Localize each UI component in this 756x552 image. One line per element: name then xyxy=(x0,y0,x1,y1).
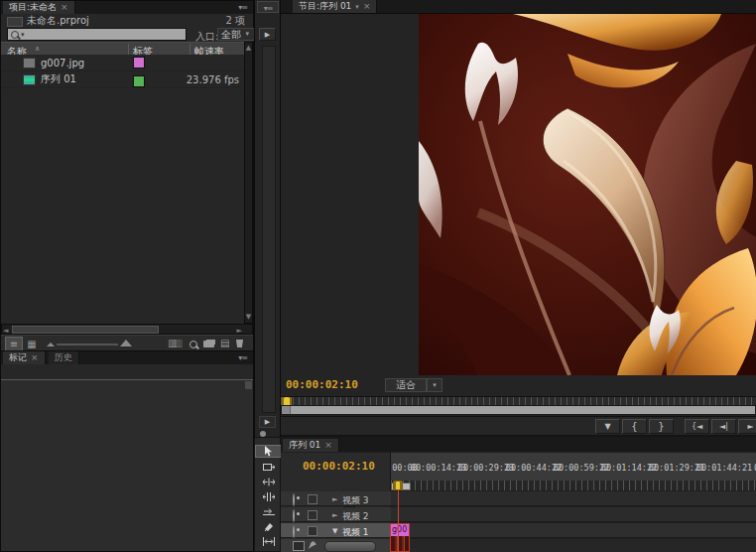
mark-in-button[interactable]: { xyxy=(622,419,647,434)
clip-g007[interactable]: g00 xyxy=(390,523,410,552)
new-item-button[interactable]: ▤ xyxy=(220,338,229,348)
search-options-caret-icon[interactable]: ▾ xyxy=(21,31,25,39)
track-content-video3[interactable] xyxy=(391,491,756,506)
toggle-track-output-icon[interactable] xyxy=(293,493,295,506)
set-display-style-icon[interactable] xyxy=(293,541,305,551)
table-row[interactable]: 序列 01 23.976 fps xyxy=(1,71,244,88)
label-swatch[interactable] xyxy=(133,57,145,69)
panel-menu-icon[interactable]: ▾≡ xyxy=(238,353,247,362)
tab-history[interactable]: 历史 xyxy=(49,351,79,364)
fit-caret-button[interactable]: ▾ xyxy=(427,378,442,392)
close-icon[interactable]: × xyxy=(31,353,39,362)
step-back-icon: ◄| xyxy=(719,422,728,431)
track-header-video2: ► 视频 2 xyxy=(281,507,391,522)
search-box[interactable]: ▾ xyxy=(7,28,187,41)
entry-value: 全部 xyxy=(221,28,241,42)
trash-button[interactable] xyxy=(236,340,243,347)
track-content-video2[interactable] xyxy=(391,507,756,522)
close-icon[interactable]: × xyxy=(324,441,332,450)
expand-panel-button-top[interactable]: ▶ xyxy=(259,28,276,41)
timeline-playhead-head[interactable] xyxy=(393,481,403,490)
timeline-playhead-line xyxy=(398,483,399,552)
fit-dropdown[interactable]: 适合 xyxy=(385,378,427,392)
timeline-tick-strip[interactable] xyxy=(391,481,756,490)
icon-view-button[interactable]: ▦ xyxy=(25,338,39,350)
mark-out-icon: } xyxy=(658,421,664,432)
program-timecode[interactable]: 00:00:02:10 xyxy=(286,378,358,391)
program-video-frame xyxy=(419,14,756,375)
track-video1-keyframe-lane[interactable] xyxy=(391,539,756,552)
project-vscrollbar[interactable]: ▲ ▼ xyxy=(244,42,253,324)
markers-scroll-nub[interactable] xyxy=(245,381,252,389)
toggle-track-output-icon[interactable] xyxy=(293,509,295,522)
sort-asc-icon[interactable]: ∧ xyxy=(35,45,40,53)
tab-markers[interactable]: 标记 × xyxy=(3,351,46,364)
timeline-timecode[interactable]: 00:00:02:10 xyxy=(303,460,375,473)
track-header-video1: ▼ 视频 1 xyxy=(281,523,391,538)
program-hscrollbar[interactable] xyxy=(281,405,756,415)
toggle-track-output-icon[interactable] xyxy=(293,525,295,538)
show-keyframes-icon[interactable] xyxy=(309,541,316,549)
slip-tool[interactable] xyxy=(255,535,282,548)
scrollbar-cap[interactable] xyxy=(282,406,291,414)
track-options-pill[interactable] xyxy=(324,541,376,552)
close-icon[interactable]: × xyxy=(61,3,68,12)
track-content-video1[interactable] xyxy=(391,523,756,538)
tab-sequence[interactable]: 序列 01 × xyxy=(283,439,339,452)
hscroll-thumb[interactable] xyxy=(12,326,159,334)
table-row[interactable]: g007.jpg xyxy=(1,55,244,71)
entry-dropdown[interactable]: 全部 xyxy=(217,28,256,41)
search-row: ▾ 入口: 全部 ▾ xyxy=(1,27,253,41)
project-info-row: 未命名.prproj 2 项 xyxy=(1,15,253,27)
column-divider[interactable] xyxy=(189,44,190,55)
track-lock-icon[interactable] xyxy=(308,494,317,504)
list-view-button[interactable]: ≡ xyxy=(5,337,23,351)
collapse-track-icon[interactable]: ► xyxy=(332,511,337,519)
mark-out-button[interactable]: } xyxy=(649,419,674,434)
chevron-down-icon[interactable]: ▾ xyxy=(355,3,359,11)
track-name: 视频 2 xyxy=(342,510,369,523)
expand-panel-button-bottom[interactable]: ▶ xyxy=(259,416,276,428)
scroll-down-icon[interactable]: ▼ xyxy=(245,313,252,322)
program-playhead[interactable] xyxy=(282,397,292,405)
find-button[interactable] xyxy=(189,341,197,348)
column-divider[interactable] xyxy=(128,44,129,55)
zoom-in-icon[interactable] xyxy=(120,340,132,346)
label-swatch[interactable] xyxy=(133,75,145,87)
track-select-tool[interactable] xyxy=(255,461,282,474)
entry-caret-icon[interactable]: ▾ xyxy=(245,30,249,38)
rate-stretch-tool[interactable] xyxy=(255,505,282,518)
ruler-label: 00:01:44:21 xyxy=(696,463,752,473)
tab-program[interactable]: 节目:序列 01 ▾ × xyxy=(293,0,377,13)
selection-tool[interactable] xyxy=(255,445,282,458)
go-to-in-button[interactable]: {◄ xyxy=(685,419,709,434)
tab-markers-label: 标记 xyxy=(9,351,27,364)
new-bin-button[interactable] xyxy=(203,341,214,347)
tools-panel xyxy=(254,437,281,552)
step-back-button[interactable]: ◄| xyxy=(711,419,736,434)
slip-tool-icon xyxy=(263,537,275,546)
play-button[interactable]: ► xyxy=(738,419,756,434)
item-count: 2 项 xyxy=(225,14,245,28)
item-name: 序列 01 xyxy=(41,72,76,86)
scroll-up-icon[interactable]: ▲ xyxy=(245,44,252,53)
tab-project[interactable]: 项目:未命名 × xyxy=(3,1,75,14)
project-hscrollbar[interactable]: ◄ ► xyxy=(1,324,253,335)
collapsed-panel-header[interactable]: ▾≡ xyxy=(257,1,279,13)
razor-tool[interactable] xyxy=(255,520,282,533)
collapse-track-icon[interactable]: ► xyxy=(332,495,337,503)
panel-menu-icon[interactable]: ▾≡ xyxy=(264,4,273,13)
program-mini-ruler[interactable] xyxy=(281,396,756,405)
add-marker-button[interactable]: ▼ xyxy=(595,419,620,434)
ripple-edit-tool[interactable] xyxy=(255,476,282,488)
track-lock-icon[interactable] xyxy=(308,510,317,520)
timeline-ruler[interactable]: 00:00 00:00:14:23 00:00:29:23 00:00:44:2… xyxy=(391,453,756,482)
search-input[interactable] xyxy=(27,29,186,40)
track-lock-icon[interactable] xyxy=(308,526,317,536)
rolling-edit-tool[interactable] xyxy=(255,490,282,503)
expand-track-icon[interactable]: ▼ xyxy=(332,527,337,535)
zoom-out-icon[interactable] xyxy=(47,343,55,346)
close-icon[interactable]: × xyxy=(363,2,371,11)
panel-menu-icon[interactable]: ▾≡ xyxy=(238,3,247,12)
zoom-slider[interactable] xyxy=(57,344,118,345)
